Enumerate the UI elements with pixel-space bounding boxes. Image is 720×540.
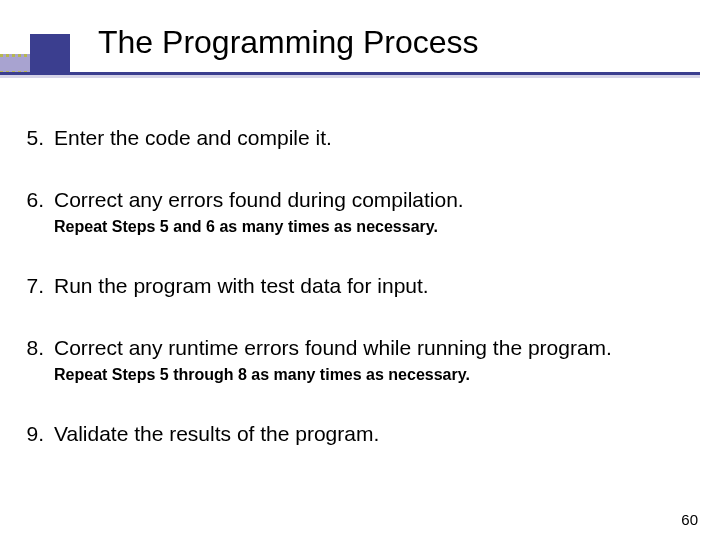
- slide-title: The Programming Process: [98, 24, 479, 61]
- item-number: 6.: [18, 188, 44, 212]
- item-subnote: Repeat Steps 5 and 6 as many times as ne…: [54, 218, 708, 236]
- list-item: 8. Correct any runtime errors found whil…: [18, 336, 708, 384]
- item-number: 9.: [18, 422, 44, 446]
- slide-content: 5. Enter the code and compile it. 6. Cor…: [18, 126, 708, 484]
- item-text: Correct any runtime errors found while r…: [54, 336, 708, 360]
- header-underline: [0, 72, 700, 75]
- item-subnote: Repeat Steps 5 through 8 as many times a…: [54, 366, 708, 384]
- item-number: 7.: [18, 274, 44, 298]
- page-number: 60: [681, 511, 698, 528]
- item-number: 8.: [18, 336, 44, 360]
- item-text: Correct any errors found during compilat…: [54, 188, 708, 212]
- list-item: 7. Run the program with test data for in…: [18, 274, 708, 298]
- list-item: 9. Validate the results of the program.: [18, 422, 708, 446]
- header-square-icon: [30, 34, 70, 74]
- slide-header: The Programming Process: [0, 0, 720, 95]
- item-text: Run the program with test data for input…: [54, 274, 708, 298]
- header-dots-top: [0, 54, 30, 57]
- list-item: 5. Enter the code and compile it.: [18, 126, 708, 150]
- item-text: Validate the results of the program.: [54, 422, 708, 446]
- header-underline-shadow: [0, 75, 700, 78]
- item-text: Enter the code and compile it.: [54, 126, 708, 150]
- item-number: 5.: [18, 126, 44, 150]
- list-item: 6. Correct any errors found during compi…: [18, 188, 708, 236]
